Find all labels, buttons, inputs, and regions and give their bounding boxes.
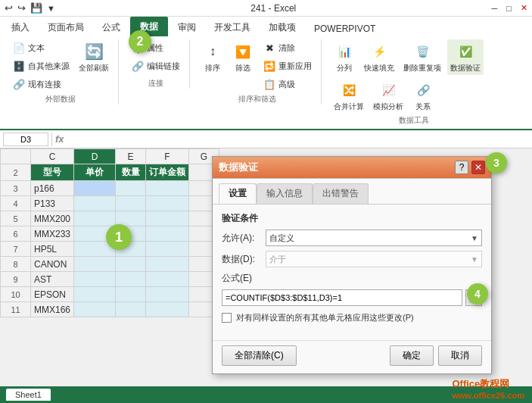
tab-developer[interactable]: 开发工具 xyxy=(206,18,259,36)
cell-f-7[interactable] xyxy=(146,242,189,257)
row-num-8: 8 xyxy=(1,257,31,272)
btn-reapply[interactable]: 🔁重新应用 xyxy=(260,58,315,74)
cell-c-11[interactable]: MMX166 xyxy=(31,302,74,317)
cell-f-9[interactable] xyxy=(146,272,189,287)
btn-clear-all[interactable]: 全部清除(C) xyxy=(222,345,297,366)
table-row[interactable]: 4 P133 xyxy=(1,196,219,211)
formula-input[interactable]: =COUNTIF($D$3:$D$11,D3)=1 xyxy=(222,289,462,306)
cell-c-8[interactable]: CANON xyxy=(31,257,74,272)
btn-refresh-all[interactable]: 🔄 全部刷新 xyxy=(76,39,112,75)
tab-insert[interactable]: 插入 xyxy=(3,18,38,36)
dialog-tab-settings[interactable]: 设置 xyxy=(219,183,257,204)
window-minimize[interactable]: ─ xyxy=(492,4,498,13)
quick-access-redo[interactable]: ↪ xyxy=(17,2,26,14)
cell-d-5[interactable] xyxy=(74,211,116,226)
dialog-close-btn[interactable]: ✕ xyxy=(471,161,485,174)
cell-d-4[interactable] xyxy=(74,196,116,211)
btn-text[interactable]: 📄文本 xyxy=(9,39,73,56)
cell-d-8[interactable] xyxy=(74,257,116,272)
cell-c-3[interactable]: p166 xyxy=(31,181,74,196)
cell-c-9[interactable]: AST xyxy=(31,272,74,287)
col-header-d[interactable]: D xyxy=(74,149,116,164)
step1-badge: 1 xyxy=(106,224,132,250)
row-num-11: 11 xyxy=(1,302,31,317)
cell-c-6[interactable]: MMX233 xyxy=(31,226,74,242)
tab-addins[interactable]: 加载项 xyxy=(260,18,304,36)
cell-f-10[interactable] xyxy=(146,287,189,302)
btn-consolidate[interactable]: 🔀 合并计算 xyxy=(331,78,367,114)
cell-e-3[interactable] xyxy=(116,181,146,196)
quick-access-save[interactable]: 💾 xyxy=(30,2,42,14)
window-maximize[interactable]: □ xyxy=(506,4,512,13)
tab-formula[interactable]: 公式 xyxy=(94,18,129,36)
cell-d-11[interactable] xyxy=(74,302,116,317)
cell-reference[interactable] xyxy=(3,133,48,146)
cell-f-3[interactable] xyxy=(146,181,189,196)
btn-split-col[interactable]: 📊 分列 xyxy=(331,39,358,75)
btn-what-if[interactable]: 📈 模拟分析 xyxy=(370,78,406,114)
allow-select-wrapper: 自定义 ▼ xyxy=(266,230,482,246)
table-row[interactable]: 3 p166 xyxy=(1,181,219,196)
cell-f-6[interactable] xyxy=(146,226,189,242)
cell-f-11[interactable] xyxy=(146,302,189,317)
formula-picker-btn[interactable]: 4 📊 xyxy=(465,289,482,306)
table-row[interactable]: 10 EPSON xyxy=(1,287,219,302)
main-area: C D E F G 2 型号 单价 数量 订单金额 xyxy=(0,148,532,403)
btn-clear[interactable]: ✖清除 xyxy=(260,39,315,56)
cell-d-10[interactable] xyxy=(74,287,116,302)
btn-remove-dup[interactable]: 🗑️ 删除重复项 xyxy=(400,39,444,75)
apply-all-checkbox[interactable] xyxy=(222,313,232,323)
data-value: 介于 xyxy=(269,254,286,265)
btn-sort[interactable]: ↕️ 排序 xyxy=(199,39,226,75)
col-header-e[interactable]: E xyxy=(116,149,146,164)
cell-c-7[interactable]: HP5L xyxy=(31,242,74,257)
table-row[interactable]: 8 CANON xyxy=(1,257,219,272)
btn-relationships[interactable]: 🔗 关系 xyxy=(409,78,437,114)
tab-powerpivot[interactable]: POWERPIVOT xyxy=(306,20,384,36)
allow-dropdown[interactable]: 自定义 ▼ xyxy=(266,230,482,246)
table-row[interactable]: 9 AST xyxy=(1,272,219,287)
cell-f-4[interactable] xyxy=(146,196,189,211)
data-dropdown[interactable]: 介于 ▼ xyxy=(266,251,482,267)
cell-f-5[interactable] xyxy=(146,211,189,226)
btn-cancel[interactable]: 取消 xyxy=(438,345,482,366)
tab-page-layout[interactable]: 页面布局 xyxy=(39,18,92,36)
col-header-c[interactable]: C xyxy=(31,149,74,164)
cell-e-11[interactable] xyxy=(116,302,146,317)
ribbon: 插入 页面布局 公式 数据 审阅 开发工具 加载项 POWERPIVOT 2 📄… xyxy=(0,17,532,130)
cell-c-10[interactable]: EPSON xyxy=(31,287,74,302)
cell-c-4[interactable]: P133 xyxy=(31,196,74,211)
title-text: 241 - Excel xyxy=(60,3,487,14)
table-row[interactable]: 11 MMX166 xyxy=(1,302,219,317)
cell-e-10[interactable] xyxy=(116,287,146,302)
quick-access-undo[interactable]: ↩ xyxy=(5,2,13,14)
btn-other-sources[interactable]: 🗄️自其他来源 xyxy=(9,58,73,74)
dialog-tab-input-info[interactable]: 输入信息 xyxy=(257,183,313,204)
cell-f-8[interactable] xyxy=(146,257,189,272)
col-header-f[interactable]: F xyxy=(146,149,189,164)
cell-d-9[interactable] xyxy=(74,272,116,287)
btn-existing-conn[interactable]: 🔗现有连接 xyxy=(9,76,73,92)
cell-e-4[interactable] xyxy=(116,196,146,211)
cell-e-9[interactable] xyxy=(116,272,146,287)
dialog-tab-error-alert[interactable]: 出错警告 xyxy=(313,183,369,204)
btn-edit-links[interactable]: 🔗编辑链接 xyxy=(128,58,183,74)
btn-ok[interactable]: 确定 xyxy=(390,345,434,366)
formula-label: 公式(E) xyxy=(222,272,260,285)
data-label: 数据(D): xyxy=(222,253,260,266)
cell-e-8[interactable] xyxy=(116,257,146,272)
step2-badge: 2 xyxy=(129,30,151,53)
btn-filter[interactable]: 🔽 筛选 xyxy=(229,39,257,75)
btn-data-validation[interactable]: ✅ 数据验证 xyxy=(447,39,484,75)
btn-advanced[interactable]: 📋高级 xyxy=(260,76,315,92)
links-icon: 🔗 xyxy=(131,59,145,73)
window-close[interactable]: ✕ xyxy=(521,3,527,13)
table-row[interactable]: 5 MMX200 xyxy=(1,211,219,226)
cell-d-3[interactable] xyxy=(74,181,116,196)
quick-access-filter[interactable]: ▼ xyxy=(47,4,55,13)
btn-flash-fill[interactable]: ⚡ 快速填充 xyxy=(361,39,397,75)
cell-c-5[interactable]: MMX200 xyxy=(31,211,74,226)
sheet-tab-1[interactable]: Sheet1 xyxy=(6,389,51,401)
dialog-help-btn[interactable]: ? xyxy=(455,161,468,174)
tab-review[interactable]: 审阅 xyxy=(170,18,204,36)
